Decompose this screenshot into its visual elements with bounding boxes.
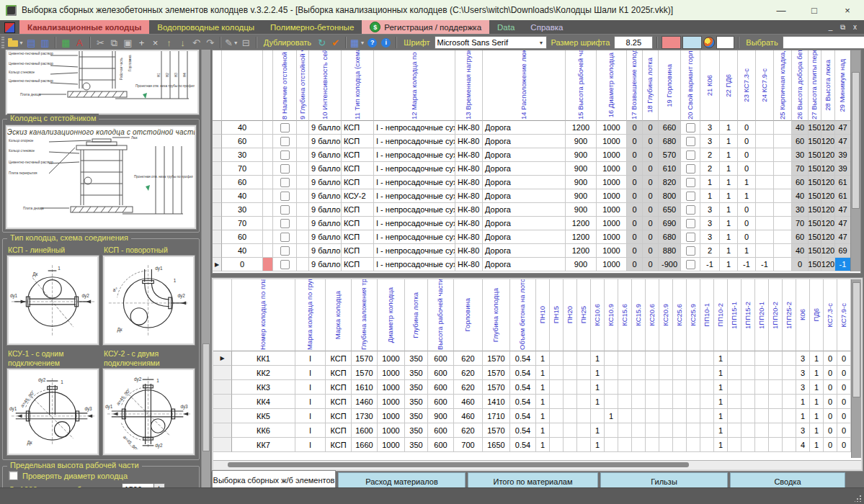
grid-cell[interactable] bbox=[755, 409, 769, 423]
row-header[interactable] bbox=[213, 135, 222, 148]
grid-cell[interactable]: 120 bbox=[821, 176, 835, 189]
grid-cell[interactable] bbox=[673, 395, 687, 409]
grid-cell[interactable]: КСП bbox=[342, 135, 374, 148]
grid-cell[interactable]: 9 баллов bbox=[309, 148, 342, 162]
menu-item[interactable]: Полимерно-бетонные bbox=[262, 20, 362, 34]
custom-color-swatch[interactable] bbox=[716, 36, 734, 49]
grid-cell[interactable]: 700 bbox=[454, 438, 483, 452]
grid-cell[interactable]: 120 bbox=[821, 244, 835, 258]
grid-cell[interactable]: 30 bbox=[222, 203, 263, 217]
grid-cell[interactable] bbox=[769, 366, 783, 380]
grid-cell[interactable]: НК-80 bbox=[455, 258, 483, 271]
row-header[interactable] bbox=[213, 409, 232, 423]
grid-cell[interactable]: 1 bbox=[700, 189, 720, 203]
grid-cell[interactable] bbox=[273, 189, 297, 203]
grid-cell[interactable]: 150 bbox=[809, 258, 821, 271]
grid-cell[interactable]: Дорога bbox=[483, 203, 566, 217]
grid-cell[interactable]: -1 bbox=[835, 258, 851, 271]
checkbox[interactable] bbox=[686, 246, 695, 256]
grid-cell[interactable]: 3 bbox=[700, 121, 720, 135]
grid-cell[interactable]: 0 bbox=[643, 148, 659, 162]
grid-cell[interactable]: 47 bbox=[835, 121, 851, 135]
grid-cell[interactable]: 350 bbox=[405, 409, 428, 423]
grid-cell[interactable]: 1 bbox=[810, 395, 824, 409]
column-header[interactable]: Марка колодца bbox=[326, 279, 352, 351]
scrollbar-thumb[interactable] bbox=[852, 282, 860, 397]
grid-cell[interactable]: 0 bbox=[837, 438, 851, 452]
checkbox[interactable] bbox=[686, 123, 695, 132]
grid-cell[interactable]: КК6 bbox=[232, 423, 295, 438]
grid-cell[interactable] bbox=[700, 395, 714, 409]
scrollbar-thumb[interactable] bbox=[228, 462, 689, 467]
grid-cell[interactable]: 1 bbox=[536, 366, 550, 380]
grid-cell[interactable] bbox=[632, 366, 646, 380]
grid-cell[interactable]: 1660 bbox=[352, 438, 378, 452]
grid-cell[interactable]: 0 bbox=[738, 121, 756, 135]
grid-cell[interactable]: 1 bbox=[714, 423, 728, 438]
grid-cell[interactable] bbox=[687, 423, 700, 438]
grid-cell[interactable]: 350 bbox=[405, 366, 428, 380]
column-header[interactable]: ПН15 bbox=[550, 279, 564, 351]
checkbox[interactable] bbox=[280, 150, 290, 160]
grid-cell[interactable]: 40 bbox=[792, 121, 809, 135]
grid-cell[interactable]: 0 bbox=[643, 230, 659, 244]
column-header[interactable]: КС10.6 bbox=[591, 279, 605, 351]
grid-cell[interactable]: 0 bbox=[738, 135, 756, 148]
grid-cell[interactable]: 120 bbox=[821, 162, 835, 176]
grid-cell[interactable]: НК-80 bbox=[455, 203, 483, 217]
row-marker-cell[interactable] bbox=[263, 135, 273, 148]
grid-cell[interactable]: КСП bbox=[326, 423, 352, 438]
grid-cell[interactable]: 60 bbox=[222, 135, 263, 148]
grid-cell[interactable]: 9 баллов bbox=[309, 258, 342, 271]
grid-cell[interactable] bbox=[646, 380, 659, 395]
grid-cell[interactable] bbox=[297, 244, 309, 258]
grid-cell[interactable] bbox=[605, 423, 618, 438]
column-header[interactable]: КС7.9-с bbox=[837, 279, 851, 351]
grid-cell[interactable]: 2 bbox=[700, 148, 720, 162]
grid-cell[interactable] bbox=[728, 366, 741, 380]
left-panel-scrollbar[interactable] bbox=[201, 50, 210, 488]
grid-cell[interactable]: 1000 bbox=[378, 409, 405, 423]
paste-icon[interactable]: ▣ bbox=[122, 36, 134, 49]
grid-cell[interactable]: 1 bbox=[720, 217, 738, 230]
grid-cell[interactable] bbox=[632, 438, 646, 452]
grid-cell[interactable]: Дорога bbox=[483, 176, 566, 189]
grid-cell[interactable]: 0 bbox=[824, 409, 837, 423]
column-header[interactable]: Глубина колодца bbox=[483, 279, 510, 351]
row-header[interactable]: ▶ bbox=[213, 351, 232, 366]
checkbox[interactable] bbox=[686, 192, 695, 201]
checkbox[interactable] bbox=[280, 260, 290, 269]
grid-cell[interactable] bbox=[687, 395, 700, 409]
palette-icon[interactable] bbox=[703, 37, 715, 48]
checkbox[interactable] bbox=[686, 164, 695, 174]
grid-cell[interactable]: КК4 bbox=[232, 395, 295, 409]
checkbox[interactable] bbox=[280, 137, 290, 146]
grid-cell[interactable]: Дорога bbox=[483, 189, 566, 203]
column-header[interactable]: 25 Кирпичная кладка, ряды bbox=[774, 50, 792, 121]
grid-cell[interactable]: 150 bbox=[809, 121, 821, 135]
column-header[interactable]: 24 КС7.9-с bbox=[756, 50, 774, 121]
grid-cell[interactable] bbox=[605, 366, 618, 380]
grid-cell[interactable] bbox=[783, 366, 796, 380]
grid-cell[interactable]: 9 баллов bbox=[309, 162, 342, 176]
grid-cell[interactable]: 1710 bbox=[483, 409, 510, 423]
grid-cell[interactable]: 47 bbox=[835, 230, 851, 244]
grid-cell[interactable]: 0 bbox=[824, 380, 837, 395]
minimize-button[interactable]: — bbox=[765, 0, 798, 20]
grid-cell[interactable]: 600 bbox=[428, 395, 454, 409]
grid-cell[interactable]: 30 bbox=[222, 148, 263, 162]
grid-cell[interactable]: 1 bbox=[536, 395, 550, 409]
grid-cell[interactable] bbox=[741, 380, 755, 395]
grid-cell[interactable]: I - непросадочные сухи... bbox=[374, 217, 455, 230]
grid-cell[interactable]: 0 bbox=[824, 395, 837, 409]
move-down-icon[interactable]: ↓ bbox=[177, 36, 189, 49]
grid-cell[interactable] bbox=[297, 203, 309, 217]
grid-cell[interactable] bbox=[681, 217, 700, 230]
grid-cell[interactable]: 1 bbox=[720, 189, 738, 203]
grid-cell[interactable]: 1 bbox=[720, 121, 738, 135]
column-header[interactable]: КС15.6 bbox=[618, 279, 632, 351]
checkbox[interactable] bbox=[686, 260, 695, 269]
grid-cell[interactable]: 1000 bbox=[597, 121, 627, 135]
grid-cell[interactable]: 9 баллов bbox=[309, 203, 342, 217]
row-header[interactable] bbox=[213, 217, 222, 230]
